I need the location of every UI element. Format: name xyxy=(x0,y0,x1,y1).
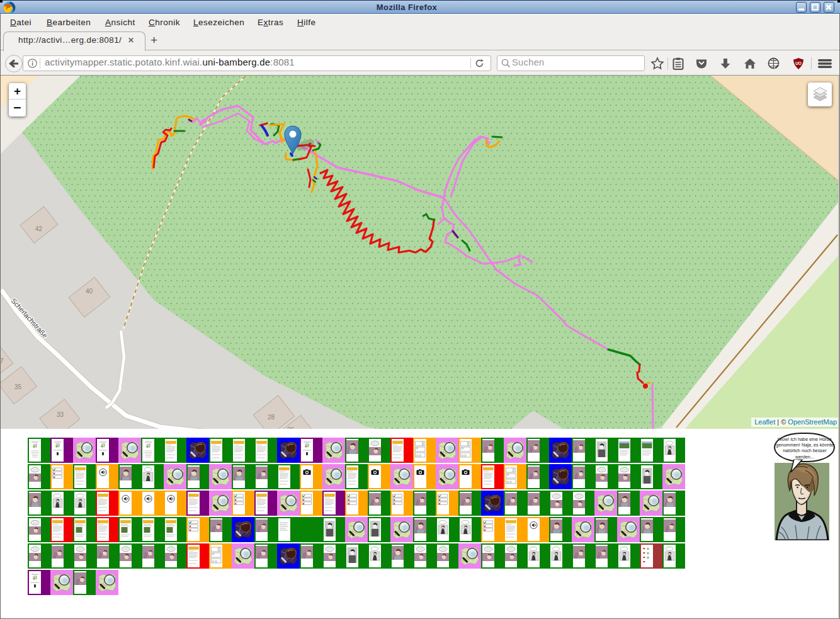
svg-text:35: 35 xyxy=(14,383,22,390)
svg-text:UO: UO xyxy=(795,61,802,65)
svg-text:40: 40 xyxy=(86,288,93,295)
svg-text:33: 33 xyxy=(57,411,64,418)
svg-text:28: 28 xyxy=(268,414,275,421)
svg-text:42: 42 xyxy=(35,225,43,232)
